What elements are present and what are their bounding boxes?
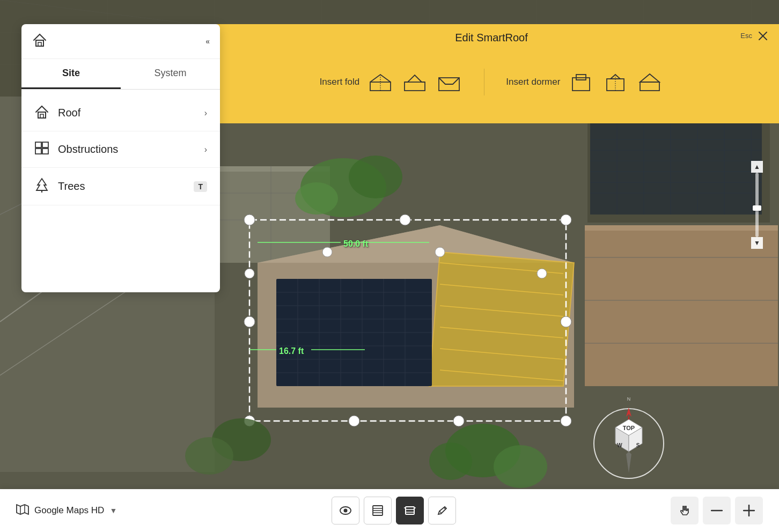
obstructions-chevron: › [204, 145, 207, 154]
svg-line-147 [439, 511, 442, 513]
trees-label: Trees [58, 180, 85, 193]
svg-point-87 [429, 442, 472, 480]
svg-point-52 [244, 316, 255, 327]
fold-hip-button[interactable] [401, 70, 428, 94]
svg-marker-98 [626, 452, 631, 473]
bottom-bar: Google Maps HD ▼ [0, 489, 779, 532]
map-chevron-icon: ▼ [109, 506, 117, 515]
svg-text:16.7 ft: 16.7 ft [279, 346, 304, 356]
svg-text:S: S [636, 442, 640, 448]
svg-point-89 [185, 437, 233, 475]
svg-rect-125 [38, 112, 46, 118]
slider-thumb[interactable] [753, 205, 761, 211]
svg-point-50 [400, 215, 410, 225]
svg-rect-127 [35, 142, 41, 147]
compass-widget[interactable]: TOP W S N [583, 387, 674, 481]
svg-rect-121 [640, 82, 659, 91]
insert-dormer-label: Insert dormer [506, 77, 560, 87]
vertical-zoom-slider[interactable]: ▲ ▼ [751, 161, 763, 249]
bottom-left: Google Maps HD ▼ [16, 504, 117, 518]
layers-tool-button[interactable] [396, 497, 424, 524]
home-icon [32, 33, 47, 50]
roof-chevron: › [204, 108, 207, 118]
site-sidebar: « Site System Roof › [21, 24, 220, 292]
visibility-toggle-button[interactable] [332, 497, 359, 524]
svg-rect-142 [406, 507, 414, 514]
map-selector[interactable]: Google Maps HD ▼ [16, 504, 117, 518]
slider-track[interactable] [755, 173, 759, 237]
esc-label: Esc [740, 32, 752, 40]
svg-point-55 [349, 416, 359, 426]
svg-rect-118 [607, 79, 624, 91]
fold-valley-button[interactable] [436, 70, 462, 94]
toolbar-actions: Insert fold [320, 69, 664, 95]
svg-rect-129 [35, 149, 41, 154]
svg-point-58 [322, 247, 332, 257]
roof-label: Roof [58, 107, 80, 119]
svg-point-61 [537, 269, 547, 278]
obstructions-grid-icon [34, 141, 49, 158]
obstructions-label: Obstructions [58, 143, 118, 156]
svg-point-22 [349, 156, 402, 198]
svg-point-59 [435, 247, 445, 257]
svg-rect-126 [40, 114, 43, 118]
svg-rect-111 [405, 82, 425, 91]
pan-tool-button[interactable] [671, 497, 699, 524]
svg-rect-116 [576, 75, 586, 80]
sidebar-header: « [21, 24, 220, 59]
svg-rect-128 [42, 142, 48, 147]
svg-point-60 [245, 269, 254, 278]
toolbar-title: Edit SmartRoof [455, 32, 528, 44]
svg-point-51 [561, 215, 571, 225]
slider-bottom-btn[interactable]: ▼ [751, 237, 763, 249]
zoom-in-button[interactable] [735, 497, 763, 524]
svg-rect-81 [585, 225, 778, 231]
edit-smartroof-toolbar: Edit SmartRoof Esc Insert fold [204, 24, 779, 123]
dormer-flat-button[interactable] [568, 70, 594, 94]
svg-rect-130 [42, 149, 48, 154]
svg-point-53 [561, 316, 571, 327]
insert-fold-label: Insert fold [320, 77, 360, 87]
svg-marker-133 [17, 505, 28, 514]
pen-tool-button[interactable] [428, 497, 456, 524]
toolbar-close-button[interactable] [758, 31, 768, 43]
insert-dormer-section: Insert dormer [506, 70, 663, 94]
svg-marker-122 [640, 74, 659, 82]
svg-text:N: N [627, 396, 631, 402]
tab-system[interactable]: System [121, 59, 220, 89]
map-icon [16, 504, 29, 518]
dormer-angled-button[interactable] [602, 70, 629, 94]
svg-marker-131 [36, 179, 47, 190]
menu-item-roof[interactable]: Roof › [21, 95, 220, 131]
bottom-right-controls [671, 497, 763, 524]
svg-point-23 [295, 182, 338, 215]
svg-rect-123 [36, 40, 43, 46]
svg-rect-124 [38, 42, 41, 46]
fold-gable-button[interactable] [367, 70, 394, 94]
svg-point-49 [244, 215, 255, 225]
dormer-peaked-button[interactable] [636, 70, 663, 94]
sidebar-collapse-button[interactable]: « [205, 37, 209, 46]
trees-badge: T [194, 181, 207, 192]
svg-point-86 [494, 445, 547, 488]
crop-tool-button[interactable] [364, 497, 392, 524]
tab-site[interactable]: Site [21, 59, 121, 89]
menu-item-trees[interactable]: Trees T [21, 168, 220, 205]
sidebar-tabs: Site System [21, 59, 220, 90]
menu-item-obstructions[interactable]: Obstructions › [21, 131, 220, 168]
svg-text:W: W [617, 442, 622, 448]
toolbar-divider [484, 69, 484, 95]
insert-fold-section: Insert fold [320, 70, 463, 94]
svg-point-137 [344, 509, 348, 513]
sidebar-menu: Roof › Obstructions › [21, 90, 220, 211]
house-icon [34, 105, 49, 121]
svg-point-56 [453, 416, 464, 426]
zoom-out-button[interactable] [703, 497, 731, 524]
map-label: Google Maps HD [34, 505, 104, 516]
svg-rect-80 [585, 225, 778, 386]
svg-text:50.0 ft: 50.0 ft [343, 239, 369, 248]
slider-top-btn[interactable]: ▲ [751, 161, 763, 173]
svg-point-57 [561, 416, 571, 426]
bottom-center-tools [332, 497, 456, 524]
svg-text:TOP: TOP [623, 425, 635, 431]
